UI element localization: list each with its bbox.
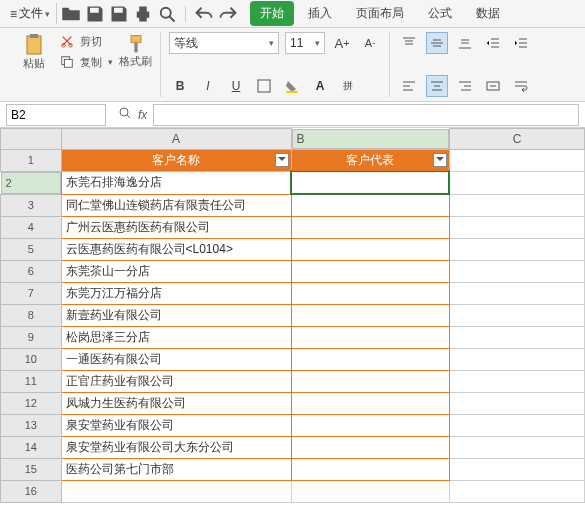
col-header-A[interactable]: A (61, 129, 291, 150)
row-header[interactable]: 4 (1, 216, 62, 238)
merge-cells-icon[interactable] (482, 75, 504, 97)
cell[interactable] (449, 260, 584, 282)
redo-icon[interactable] (218, 4, 238, 24)
tab-data[interactable]: 数据 (466, 1, 510, 26)
row-header[interactable]: 12 (1, 392, 62, 414)
cell[interactable] (291, 480, 449, 502)
align-left-icon[interactable] (398, 75, 420, 97)
print-icon[interactable] (133, 4, 153, 24)
col-header-C[interactable]: C (449, 129, 584, 150)
cell[interactable] (291, 392, 449, 414)
copy-button[interactable]: 复制 ▾ (60, 55, 113, 70)
cell[interactable] (61, 480, 291, 502)
row-header[interactable]: 1 (1, 149, 62, 171)
cell[interactable]: 东莞茶山一分店 (61, 260, 291, 282)
cell[interactable] (449, 348, 584, 370)
cell[interactable] (291, 458, 449, 480)
name-box-input[interactable] (11, 108, 101, 122)
fill-color-button[interactable] (281, 75, 303, 97)
format-painter-button[interactable]: 格式刷 (119, 34, 152, 69)
formula-input[interactable] (154, 105, 578, 125)
font-size-select[interactable]: 11▾ (285, 32, 325, 54)
decrease-indent-icon[interactable] (482, 32, 504, 54)
tab-start[interactable]: 开始 (250, 1, 294, 26)
fx-label[interactable]: fx (138, 108, 147, 122)
row-header[interactable]: 2 (1, 172, 61, 194)
cell[interactable] (291, 326, 449, 348)
row-header[interactable]: 8 (1, 304, 62, 326)
cell-active[interactable] (291, 171, 449, 194)
decrease-font-icon[interactable]: A- (359, 32, 381, 54)
cell[interactable] (449, 326, 584, 348)
tab-formula[interactable]: 公式 (418, 1, 462, 26)
row-header[interactable]: 9 (1, 326, 62, 348)
cell[interactable] (449, 370, 584, 392)
cell[interactable] (291, 282, 449, 304)
cell[interactable] (291, 260, 449, 282)
bold-button[interactable]: B (169, 75, 191, 97)
cell[interactable]: 松岗思泽三分店 (61, 326, 291, 348)
cell[interactable] (449, 194, 584, 216)
cell[interactable] (291, 436, 449, 458)
cell[interactable]: 同仁堂佛山连锁药店有限责任公司 (61, 194, 291, 216)
cell[interactable] (291, 348, 449, 370)
cell[interactable]: 广州云医惠药医药有限公司 (61, 216, 291, 238)
open-folder-icon[interactable] (61, 4, 81, 24)
row-header[interactable]: 5 (1, 238, 62, 260)
col-header-B[interactable]: B (292, 129, 449, 149)
header-cell-A[interactable]: 客户名称 (61, 149, 291, 171)
font-color-button[interactable]: A (309, 75, 331, 97)
paste-button[interactable]: 粘贴 (14, 32, 54, 71)
lookup-icon[interactable] (118, 106, 132, 123)
align-top-icon[interactable] (398, 32, 420, 54)
row-header[interactable]: 14 (1, 436, 62, 458)
select-all-corner[interactable] (1, 129, 62, 150)
cell[interactable] (449, 238, 584, 260)
tab-insert[interactable]: 插入 (298, 1, 342, 26)
increase-indent-icon[interactable] (510, 32, 532, 54)
print-preview-icon[interactable] (157, 4, 177, 24)
cell[interactable] (449, 480, 584, 502)
save-icon[interactable] (85, 4, 105, 24)
wrap-text-icon[interactable] (510, 75, 532, 97)
header-cell-B[interactable]: 客户代表 (291, 149, 449, 171)
cell[interactable] (449, 282, 584, 304)
cell[interactable] (291, 194, 449, 216)
align-bottom-icon[interactable] (454, 32, 476, 54)
filter-button[interactable] (275, 153, 289, 167)
increase-font-icon[interactable]: A+ (331, 32, 353, 54)
cell[interactable]: 东莞石排海逸分店 (61, 171, 291, 194)
cell[interactable]: 一通医药有限公司 (61, 348, 291, 370)
row-header[interactable]: 7 (1, 282, 62, 304)
name-box[interactable] (6, 104, 106, 126)
cell[interactable]: 东莞万江万福分店 (61, 282, 291, 304)
underline-button[interactable]: U (225, 75, 247, 97)
tab-layout[interactable]: 页面布局 (346, 1, 414, 26)
cell[interactable] (449, 436, 584, 458)
cell[interactable] (291, 304, 449, 326)
cell[interactable] (449, 171, 584, 194)
italic-button[interactable]: I (197, 75, 219, 97)
cell[interactable]: 云医惠药医药有限公司<L0104> (61, 238, 291, 260)
cell[interactable]: 正官庄药业有限公司 (61, 370, 291, 392)
align-right-icon[interactable] (454, 75, 476, 97)
cell[interactable] (449, 149, 584, 171)
filter-button[interactable] (433, 153, 447, 167)
cell[interactable] (449, 216, 584, 238)
cell[interactable]: 医药公司第七门市部 (61, 458, 291, 480)
align-middle-icon[interactable] (426, 32, 448, 54)
cell[interactable]: 泉安堂药业有限公司大东分公司 (61, 436, 291, 458)
cell[interactable] (291, 216, 449, 238)
cell[interactable]: 凤城力生医药有限公司 (61, 392, 291, 414)
row-header[interactable]: 15 (1, 458, 62, 480)
row-header[interactable]: 11 (1, 370, 62, 392)
cell[interactable] (449, 414, 584, 436)
spreadsheet-grid[interactable]: A B C 1 客户名称 客户代表 2东莞石排海逸分店 3同仁堂佛山连锁药店有限… (0, 128, 585, 503)
cell[interactable] (449, 304, 584, 326)
cell[interactable]: 新壹药业有限公司 (61, 304, 291, 326)
save-as-icon[interactable] (109, 4, 129, 24)
row-header[interactable]: 13 (1, 414, 62, 436)
cell[interactable] (291, 414, 449, 436)
align-center-icon[interactable] (426, 75, 448, 97)
cut-button[interactable]: 剪切 (60, 34, 113, 49)
